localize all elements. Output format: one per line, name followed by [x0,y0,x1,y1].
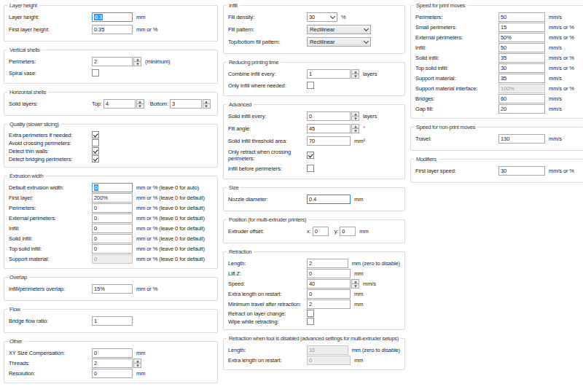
spin-down-button[interactable] [203,104,211,109]
group-title: Vertical shells [7,47,42,53]
top-solid-infill-extrusion-width-input[interactable]: 0 [92,244,133,254]
solid-infill-every-spinner[interactable] [351,111,359,121]
only-retract-crossing-perimeters-checkbox[interactable] [307,152,314,159]
first-layer-extrusion-width-input[interactable]: 200% [92,193,133,203]
fill-pattern-dropdown[interactable]: Rectilinear [307,25,371,34]
dropdown-button[interactable] [328,13,337,21]
retract-layer-change-checkbox[interactable] [307,310,314,317]
spin-down-button[interactable] [133,62,141,66]
fill-angle-spinner[interactable] [351,124,359,133]
row-speed-top-solid-infill: Top solid infill:30mm/s or % [415,63,579,73]
speed-small-perimeters-input[interactable]: 15 [498,23,545,32]
speed-gap-fill-input[interactable]: 20 [498,104,545,114]
perimeters-extrusion-width-input[interactable]: 0 [92,203,133,213]
solid-infill-threshold-area-input[interactable]: 70 [307,136,351,146]
retract-lift-z-input[interactable]: 0 [307,269,351,278]
fill-pattern-value: Rectilinear [310,26,334,33]
retract-length-toolchange-input[interactable]: 10 [307,345,348,355]
speed-support-material-input[interactable]: 35 [498,74,545,83]
support-material-extrusion-width-input[interactable]: 0 [92,254,133,264]
speed-perimeters-input[interactable]: 50 [498,12,545,22]
perimeters-min-unit: (minimum) [145,58,171,65]
detect-bridging-perimeters-checkbox[interactable] [92,155,99,162]
detect-thin-walls-checkbox[interactable] [92,147,99,154]
xy-size-compensation-input[interactable]: 0 [92,348,133,358]
bridge-flow-ratio-input[interactable]: 1 [92,316,133,326]
spin-up-button[interactable] [203,99,211,104]
spin-down-button[interactable] [351,117,359,121]
only-infill-where-needed-checkbox[interactable] [307,82,314,89]
spin-up-button[interactable] [351,69,359,74]
external-perimeters-extrusion-width-input[interactable]: 0 [92,213,133,223]
solid-layers-input-1[interactable]: 3 [170,99,202,109]
row-xy-size-compensation: XY Size Compensation:0mm [9,348,213,358]
spin-up-button[interactable] [351,124,359,129]
threads-spinner[interactable] [133,358,141,368]
solid-layers-input-0[interactable]: 4 [103,99,136,109]
spin-up-button[interactable] [351,279,359,284]
speed-external-perimeters-input[interactable]: 50% [498,33,545,42]
combine-infill-every-value: 1 [309,71,312,77]
solid-layers-1-spinner[interactable] [203,99,211,109]
spin-up-button[interactable] [351,111,359,117]
group-title: Extrusion width [7,173,45,179]
solid-infill-extrusion-width-input[interactable]: 0 [92,234,133,243]
infill-before-perimeters-checkbox[interactable] [307,165,314,172]
solid-infill-every-input[interactable]: 0 [307,111,351,121]
group-title: Speed for print moves [414,2,467,9]
speed-solid-infill-input[interactable]: 35 [498,53,545,63]
spin-up-button[interactable] [133,358,141,364]
retract-restart-extra-toolchange-unit: mm [354,357,363,364]
infill-perimeters-overlap-input[interactable]: 15% [92,284,133,294]
extruder-offset-input-0[interactable]: 0 [313,227,329,236]
threads-input[interactable]: 2 [92,358,133,368]
fill-angle-value: 45 [309,125,315,132]
spin-up-button[interactable] [133,57,141,62]
extra-perimeters-checkbox[interactable] [92,131,99,138]
retract-restart-extra-toolchange-input[interactable]: 0 [307,356,351,365]
row-resolution: Resolution:0mm [9,369,213,378]
retract-min-travel-input[interactable]: 2 [307,299,351,309]
fill-angle-input[interactable]: 45 [307,124,351,133]
top-bottom-fill-pattern-dropdown[interactable]: Rectilinear [307,37,371,47]
retract-speed-spinner[interactable] [351,279,359,289]
row-external-perimeters-extrusion-width: External perimeters:0mm or % (leave 0 fo… [9,213,213,223]
speed-support-material-interface-input[interactable]: 100% [498,84,545,93]
speed-bridges-input[interactable]: 60 [498,94,545,103]
extruder-offset-input-1[interactable]: 0 [340,227,356,236]
spiral-vase-checkbox[interactable] [92,69,99,77]
default-extrusion-width-input[interactable]: 0 [92,183,133,192]
retract-length-input[interactable]: 2 [307,259,348,268]
perimeters-min-input[interactable]: 2 [92,57,133,66]
spin-down-button[interactable] [136,104,144,109]
avoid-crossing-perimeters-checkbox[interactable] [92,139,99,146]
combine-infill-every-input[interactable]: 1 [307,69,351,79]
first-layer-height-input[interactable]: 0.35 [92,25,133,34]
dropdown-button[interactable] [361,26,370,34]
fill-density-combo[interactable]: 30 [307,12,337,22]
spin-down-button[interactable] [351,284,359,289]
combine-infill-every-spinner[interactable] [351,69,359,79]
spin-down-button[interactable] [133,364,141,368]
infill-extrusion-width-input[interactable]: 0 [92,224,133,233]
top-solid-infill-extrusion-width-unit: mm or % (leave 0 for default) [136,246,205,252]
retract-speed-label: Speed: [228,281,307,287]
speed-infill-input[interactable]: 50 [498,43,545,52]
first-layer-speed-input[interactable]: 30 [498,166,545,176]
spin-down-button[interactable] [351,74,359,79]
retract-length-value: 2 [309,260,312,267]
spin-down-button[interactable] [351,129,359,133]
spin-up-button[interactable] [136,99,144,104]
wipe-while-retracting-checkbox[interactable] [307,318,314,325]
retract-speed-input[interactable]: 40 [307,279,351,289]
speed-top-solid-infill-input[interactable]: 30 [498,63,545,73]
resolution-input[interactable]: 0 [92,369,133,378]
layer-height-input[interactable]: 0.3 [92,12,133,22]
retract-extra-length-restart-input[interactable]: 0 [307,289,351,299]
dropdown-button[interactable] [361,38,370,46]
nozzle-diameter-input[interactable]: 0.4 [307,195,351,204]
perimeters-min-spinner[interactable] [133,57,141,66]
row-retract-extra-length-restart: Extra length on restart:0mm [228,289,400,299]
speed-travel-input[interactable]: 130 [498,134,545,144]
solid-layers-0-spinner[interactable] [136,99,144,109]
